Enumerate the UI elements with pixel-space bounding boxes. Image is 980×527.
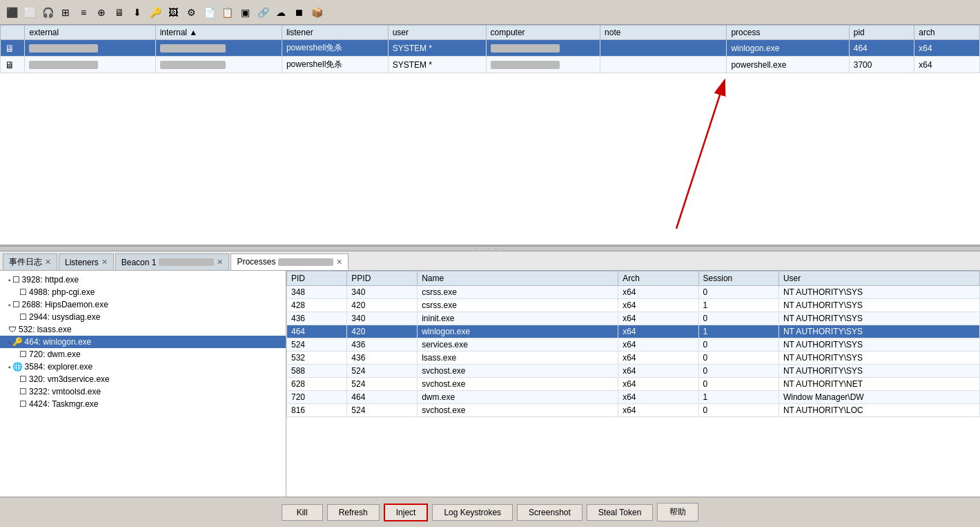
tree-item[interactable]: ▪ 🌐 3584: explorer.exe <box>0 361 286 373</box>
tree-toggle[interactable]: ▪ <box>8 363 11 371</box>
tab-processes[interactable]: Processes ✕ <box>231 253 349 270</box>
process-tree[interactable]: ▪ ☐ 3928: httpd.exe ☐ 4988: php-cgi.exe … <box>0 271 286 497</box>
tree-item-selected[interactable]: ▪ 🔑 464: winlogon.exe <box>0 336 286 348</box>
proc-session: 0 <box>698 286 778 299</box>
process-row[interactable]: 524436services.exex640NT AUTHORITY\SYS <box>287 338 980 352</box>
proc-col-arch[interactable]: Arch <box>618 271 698 286</box>
tree-toggle[interactable]: ▪ <box>8 301 11 309</box>
page-icon[interactable]: 📄 <box>202 5 217 20</box>
tree-toggle[interactable]: ▪ <box>8 276 11 284</box>
help-button[interactable]: 帮助 <box>657 503 698 521</box>
tree-label: 320: vm3dservice.exe <box>29 374 110 384</box>
col-computer[interactable]: computer <box>486 26 600 40</box>
proc-pid: 588 <box>287 365 347 378</box>
proc-ppid: 340 <box>347 286 418 299</box>
link-icon[interactable]: 🔗 <box>255 5 271 20</box>
proc-col-ppid[interactable]: PPID <box>347 271 418 286</box>
proc-pid: 348 <box>287 286 347 299</box>
process-row[interactable]: 428420csrss.exex641NT AUTHORITY\SYS <box>287 299 980 312</box>
process-row[interactable]: 588524svchost.exex640NT AUTHORITY\SYS <box>287 365 980 378</box>
kill-button[interactable]: Kill <box>282 504 323 521</box>
steal-token-button[interactable]: Steal Token <box>587 504 654 521</box>
col-user[interactable]: user <box>388 26 486 40</box>
tab-listeners-close[interactable]: ✕ <box>101 258 108 267</box>
grid-icon[interactable]: ⊞ <box>58 5 73 20</box>
process-row[interactable]: 532436lsass.exex640NT AUTHORITY\SYS <box>287 352 980 365</box>
row-process: powershell.exe <box>727 57 849 73</box>
proc-name: ininit.exe <box>418 312 618 325</box>
tab-eventlog[interactable]: 事件日志 ✕ <box>3 253 57 270</box>
globe-icon: 🌐 <box>12 362 23 372</box>
proc-col-name[interactable]: Name <box>418 271 618 286</box>
box-icon[interactable]: 📦 <box>309 5 324 20</box>
col-process[interactable]: process <box>727 26 849 40</box>
tab-beacon-id <box>159 258 214 266</box>
proc-user: NT AUTHORITY\LOC <box>778 404 979 417</box>
proc-session: 0 <box>698 352 778 365</box>
proc-col-session[interactable]: Session <box>698 271 778 286</box>
display-icon[interactable]: 🖥 <box>112 5 127 20</box>
process-row[interactable]: 464420winlogon.exex641NT AUTHORITY\SYS <box>287 325 980 338</box>
col-listener[interactable]: listener <box>282 26 388 40</box>
screenshot-button[interactable]: Screenshot <box>517 504 582 521</box>
col-arch[interactable]: arch <box>914 26 980 40</box>
tab-beacon[interactable]: Beacon 1 ✕ <box>115 253 230 270</box>
col-internal[interactable]: internal ▲ <box>155 26 282 40</box>
clipboard-icon[interactable]: 📋 <box>219 5 235 20</box>
list-icon[interactable]: ≡ <box>76 5 91 20</box>
process-row[interactable]: 720464dwm.exex641Window Manager\DW <box>287 391 980 404</box>
tree-toggle[interactable]: ▪ <box>8 338 11 346</box>
proc-name: dwm.exe <box>418 391 618 404</box>
col-external[interactable]: external <box>25 26 155 40</box>
gear-icon[interactable]: ⚙ <box>184 5 199 20</box>
tab-eventlog-close[interactable]: ✕ <box>45 258 51 267</box>
splitter[interactable]: · · · · · <box>0 246 980 251</box>
process-row[interactable]: 628524svchost.exex640NT AUTHORITY\NET <box>287 378 980 391</box>
tree-item[interactable]: ☐ 4988: php-cgi.exe <box>0 286 286 298</box>
proc-pid: 524 <box>287 338 347 352</box>
cloud-icon[interactable]: ☁ <box>273 5 288 20</box>
tree-item[interactable]: ▪ ☐ 2688: HipsDaemon.exe <box>0 298 286 311</box>
process-row[interactable]: 348340csrss.exex640NT AUTHORITY\SYS <box>287 286 980 299</box>
refresh-button[interactable]: Refresh <box>327 504 380 521</box>
crosshair-icon[interactable]: ⊕ <box>94 5 109 20</box>
square-icon[interactable]: ⬜ <box>22 5 37 20</box>
row-computer <box>486 40 600 57</box>
tree-item[interactable]: ☐ 4424: Taskmgr.exe <box>0 398 286 410</box>
stop-icon[interactable]: ⏹ <box>291 5 306 20</box>
tab-beacon-close[interactable]: ✕ <box>217 258 223 267</box>
col-pid[interactable]: pid <box>849 26 914 40</box>
toolbar: ⬛ ⬜ 🎧 ⊞ ≡ ⊕ 🖥 ⬇ 🔑 🖼 ⚙ 📄 📋 ▣ 🔗 ☁ ⏹ 📦 <box>0 0 980 25</box>
process-table-container[interactable]: PID PPID Name Arch Session User 348340cs… <box>286 271 980 497</box>
upper-panel: external internal ▲ listener user comput… <box>0 25 980 246</box>
bottom-bar: Kill Refresh Inject Log Keystrokes Scree… <box>0 497 980 527</box>
row-pid: 464 <box>849 40 914 57</box>
tree-item[interactable]: 🛡 532: lsass.exe <box>0 323 286 336</box>
col-note[interactable]: note <box>600 26 727 40</box>
session-row[interactable]: 🖥powershell免杀SYSTEM *winlogon.exe464x64 <box>1 40 980 57</box>
proc-arch: x64 <box>618 378 698 391</box>
proc-col-user[interactable]: User <box>778 271 979 286</box>
monitor-icon[interactable]: ⬛ <box>4 5 19 20</box>
tree-item[interactable]: ☐ 3232: vmtoolsd.exe <box>0 385 286 398</box>
tree-item[interactable]: ▪ ☐ 3928: httpd.exe <box>0 274 286 286</box>
headphone-icon[interactable]: 🎧 <box>40 5 55 20</box>
image-icon[interactable]: 🖼 <box>166 5 181 20</box>
session-row[interactable]: 🖥powershell免杀SYSTEM *powershell.exe3700x… <box>1 57 980 73</box>
proc-ppid: 524 <box>347 365 418 378</box>
tab-processes-close[interactable]: ✕ <box>336 258 342 267</box>
download-icon[interactable]: ⬇ <box>130 5 145 20</box>
row-icon: 🖥 <box>1 57 25 73</box>
tab-listeners[interactable]: Listeners ✕ <box>59 253 114 270</box>
square2-icon[interactable]: ▣ <box>237 5 253 20</box>
inject-button[interactable]: Inject <box>384 504 429 521</box>
proc-col-pid[interactable]: PID <box>287 271 347 286</box>
tree-item[interactable]: ☐ 320: vm3dservice.exe <box>0 373 286 385</box>
key-icon[interactable]: 🔑 <box>148 5 163 20</box>
log-keystrokes-button[interactable]: Log Keystrokes <box>432 504 513 521</box>
tree-item[interactable]: ☐ 2944: usysdiag.exe <box>0 311 286 323</box>
process-row[interactable]: 436340ininit.exex640NT AUTHORITY\SYS <box>287 312 980 325</box>
checkbox-icon: ☐ <box>19 349 27 359</box>
tree-item[interactable]: ☐ 720: dwm.exe <box>0 348 286 361</box>
process-row[interactable]: 816524svchost.exex640NT AUTHORITY\LOC <box>287 404 980 417</box>
